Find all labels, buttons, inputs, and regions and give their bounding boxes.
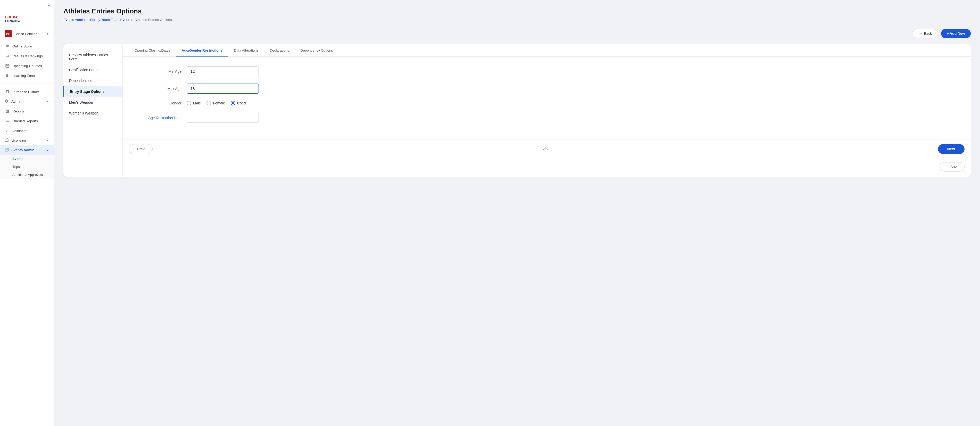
sidebar-item-label: Validation — [13, 129, 27, 133]
max-age-label: Max Age — [135, 87, 181, 91]
sidebar-item-events-admin[interactable]: Events Admin ▲ — [0, 145, 54, 155]
svg-text:BF: BF — [6, 32, 10, 35]
tab-declarations[interactable]: Declarations — [264, 45, 294, 57]
org-name: British Fencing — [14, 32, 37, 36]
sidebar-item-events[interactable]: Events — [0, 155, 54, 163]
radio-male-circle — [187, 101, 191, 105]
svg-text:BRITISH: BRITISH — [5, 15, 19, 19]
list-icon — [5, 118, 10, 123]
sidebar-item-additional-approvals[interactable]: Additional Approvals — [0, 171, 54, 179]
sidebar-item-label: Licensing — [11, 139, 26, 142]
svg-rect-5 — [6, 56, 7, 57]
sidebar-collapse-area: « — [0, 0, 54, 8]
graduation-icon — [5, 73, 10, 78]
save-button[interactable]: ⊙ Save — [940, 162, 964, 171]
sidebar-header: BRITISH FENCING — [0, 8, 54, 28]
sidebar-item-admin[interactable]: Admin ▼ — [0, 97, 54, 106]
form-content: Min Age Max Age Gender — [123, 57, 971, 139]
max-age-row: Max Age — [135, 83, 958, 94]
radio-female-label: Female — [213, 101, 225, 105]
left-nav-entry-stage-options[interactable]: Entry Stage Options — [64, 86, 123, 97]
org-selector[interactable]: BF British Fencing ▼ — [0, 28, 54, 40]
sidebar-item-label: Queued Reports — [13, 119, 38, 123]
add-new-button[interactable]: + Add New — [941, 29, 971, 38]
sidebar-item-label: Results & Rankings — [13, 54, 43, 58]
receipt-icon — [5, 89, 10, 94]
bottom-bar: Prev 2/5 Next — [123, 139, 971, 159]
left-nav: Preview Athletes Entries Form Certificat… — [64, 45, 123, 177]
max-age-input[interactable] — [187, 83, 259, 94]
svg-rect-8 — [6, 64, 9, 67]
gender-label: Gender — [135, 101, 181, 105]
radio-coed-circle — [231, 101, 235, 105]
min-age-input[interactable] — [187, 66, 259, 76]
events-admin-chevron-icon: ▲ — [46, 148, 49, 152]
sidebar-item-trips[interactable]: Trips — [0, 163, 54, 171]
age-restriction-row: Age Restriction Date — [135, 113, 958, 123]
licensing-chevron-icon: ▼ — [46, 139, 49, 142]
org-avatar: BF — [5, 30, 12, 37]
age-restriction-input[interactable] — [187, 113, 259, 123]
age-restriction-label: Age Restriction Date — [135, 116, 181, 120]
breadcrumb-event[interactable]: Surrey Youth Team Event — [90, 18, 129, 22]
sidebar-item-reports[interactable]: Reports — [0, 106, 54, 116]
radio-female[interactable]: Female — [207, 101, 225, 105]
breadcrumb-events-admin[interactable]: Events Admin — [64, 18, 85, 22]
sidebar-item-label: Purchase History — [13, 90, 39, 94]
svg-rect-7 — [8, 55, 9, 57]
sidebar-item-licensing[interactable]: Licensing ▼ — [0, 136, 54, 145]
gender-radio-group: Male Female Coed — [187, 101, 246, 105]
sidebar-item-label: Upcoming Courses — [13, 64, 42, 68]
left-nav-preview[interactable]: Preview Athletes Entries Form — [64, 49, 123, 64]
left-nav-womens-weapon[interactable]: Women's Weapon — [64, 108, 123, 119]
check-icon — [5, 128, 10, 133]
sidebar-item-online-store[interactable]: Online Store — [0, 41, 54, 51]
breadcrumb-sep-2: › — [131, 18, 132, 22]
chart-icon — [5, 108, 10, 114]
radio-male-label: Male — [193, 101, 201, 105]
breadcrumb-sep-1: › — [87, 18, 88, 22]
min-age-label: Min Age — [135, 69, 181, 73]
sidebar-item-label: Learning Zone — [13, 74, 35, 78]
sidebar-item-label: Events Admin — [11, 148, 35, 152]
tab-opening-closing[interactable]: Opening Closing/Dates — [129, 45, 176, 57]
tab-dependency-options[interactable]: Dependency Options — [295, 45, 339, 57]
page-indicator: 2/5 — [542, 147, 547, 151]
radio-female-circle — [207, 101, 211, 105]
gender-row: Gender Male Female — [135, 101, 958, 105]
sidebar-logo: BRITISH FENCING — [4, 13, 19, 25]
sidebar-item-upcoming-courses[interactable]: Upcoming Courses — [0, 61, 54, 71]
svg-rect-6 — [7, 56, 8, 57]
prev-button[interactable]: Prev — [129, 144, 153, 154]
svg-text:FENCING: FENCING — [5, 19, 19, 23]
sidebar-item-learning-zone[interactable]: Learning Zone — [0, 71, 54, 80]
radio-coed[interactable]: Coed — [231, 101, 246, 105]
radio-male[interactable]: Male — [187, 101, 201, 105]
sidebar-item-results-rankings[interactable]: Results & Rankings — [0, 51, 54, 61]
left-nav-mens-weapon[interactable]: Men's Weapon — [64, 97, 123, 108]
sidebar-item-label: Reports — [13, 109, 24, 113]
tab-age-gender[interactable]: Age/Gender Restrictions — [176, 45, 228, 57]
sidebar-admin-nav: Purchase History Admin ▼ Reports Queued … — [0, 85, 54, 180]
min-age-row: Min Age — [135, 66, 958, 76]
top-actions: ← Back + Add New — [64, 29, 971, 38]
sidebar-collapse-button[interactable]: « — [48, 3, 51, 8]
page-title: Athletes Entries Options — [64, 7, 971, 15]
sidebar-divider-1 — [0, 83, 54, 84]
next-button[interactable]: Next — [938, 144, 964, 154]
events-admin-subnav: Events Trips Additional Approvals — [0, 155, 54, 179]
tabs: Opening Closing/Dates Age/Gender Restric… — [123, 45, 971, 57]
main-area: Athletes Entries Options Events Admin › … — [54, 0, 980, 426]
back-arrow-icon: ← — [919, 32, 922, 35]
breadcrumb-current: Athletes Entries Options — [135, 18, 172, 22]
left-nav-certification[interactable]: Certification Form — [64, 64, 123, 75]
tab-data-alterations[interactable]: Data Alterations — [228, 45, 264, 57]
sidebar-item-queued-reports[interactable]: Queued Reports — [0, 116, 54, 126]
sidebar-item-purchase-history[interactable]: Purchase History — [0, 87, 54, 97]
sidebar-item-validation[interactable]: Validation — [0, 126, 54, 136]
back-button[interactable]: ← Back — [913, 29, 938, 38]
main-content: Athletes Entries Options Events Admin › … — [54, 0, 980, 426]
org-chevron-icon: ▼ — [46, 32, 49, 35]
save-area: ⊙ Save — [123, 159, 971, 177]
left-nav-dependencies[interactable]: Dependencies — [64, 75, 123, 86]
